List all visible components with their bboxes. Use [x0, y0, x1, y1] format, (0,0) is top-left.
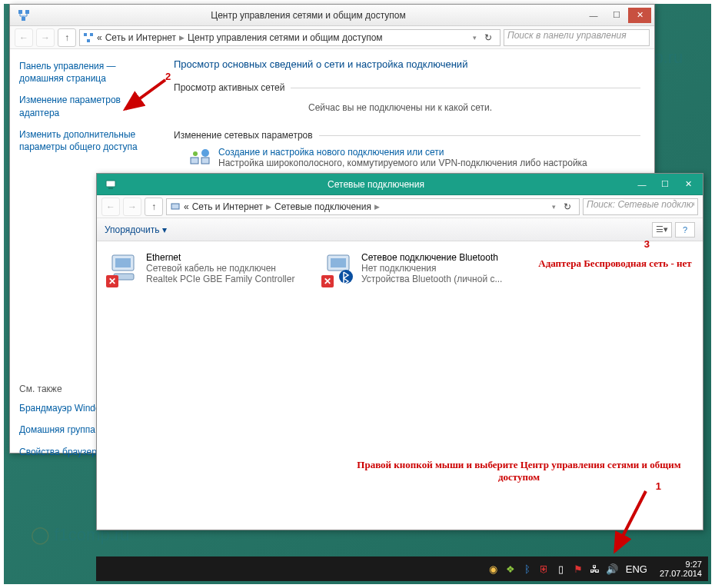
tray-icon[interactable]: ⚑: [572, 563, 584, 575]
network-center-icon: [16, 8, 32, 23]
svg-rect-12: [171, 204, 179, 209]
maximize-button[interactable]: ☐: [653, 177, 677, 192]
forward-button[interactable]: →: [36, 28, 55, 47]
svg-rect-11: [108, 188, 113, 189]
svg-rect-4: [90, 33, 93, 36]
svg-rect-14: [115, 258, 131, 267]
svg-rect-7: [201, 158, 209, 164]
svg-rect-0: [18, 10, 22, 14]
adapter-device: Устройства Bluetooth (личной с...: [361, 274, 502, 284]
breadcrumb-item[interactable]: Сеть и Интернет: [105, 32, 176, 43]
nav-toolbar: ← → ↑ « Сеть и Интернет ▶ Сетевые подклю…: [97, 195, 703, 218]
date: 27.07.2014: [660, 569, 702, 578]
titlebar[interactable]: Сетевые подключения — ☐ ✕: [97, 174, 703, 195]
taskbar[interactable]: ◉ ❖ ᛒ ⛨ ▯ ⚑ 🖧 🔊 ENG 9:27 27.07.2014: [96, 556, 708, 581]
sharing-settings-link[interactable]: Изменить дополнительные параметры общего…: [19, 128, 151, 153]
address-bar[interactable]: « Сеть и Интернет ▶ Сетевые подключения …: [166, 198, 580, 215]
tray-icon[interactable]: ❖: [504, 563, 517, 575]
breadcrumb-prefix: «: [184, 201, 189, 212]
chevron-down-icon[interactable]: ▾: [473, 34, 477, 42]
search-input[interactable]: [504, 29, 650, 46]
error-badge-icon: ✕: [106, 275, 118, 287]
control-panel-home-link[interactable]: Панель управления — домашняя страница: [19, 60, 151, 85]
back-button[interactable]: ←: [101, 198, 120, 216]
organize-menu[interactable]: Упорядочить ▾: [105, 224, 167, 235]
chevron-right-icon: ▶: [374, 203, 380, 211]
breadcrumb-item[interactable]: Сетевые подключения: [274, 201, 371, 212]
search-input[interactable]: [583, 198, 698, 215]
bluetooth-icon: ✕: [323, 252, 355, 284]
error-badge-icon: ✕: [321, 275, 334, 287]
ethernet-adapter[interactable]: ✕ Ethernet Сетевой кабель не подключен R…: [108, 252, 308, 517]
new-connection-link[interactable]: Создание и настройка нового подключения …: [218, 147, 444, 158]
back-button[interactable]: ←: [15, 28, 33, 47]
svg-rect-17: [331, 258, 346, 267]
adapter-name: Ethernet: [146, 252, 294, 263]
nav-toolbar: ← → ↑ « Сеть и Интернет ▶ Центр управлен…: [10, 26, 654, 49]
chevron-down-icon[interactable]: ▾: [552, 203, 556, 211]
adapter-settings-link[interactable]: Изменение параметров адаптера: [19, 94, 151, 118]
active-networks-heading: Просмотр активных сетей: [174, 82, 284, 93]
bluetooth-tray-icon[interactable]: ᛒ: [521, 563, 534, 575]
close-button[interactable]: ✕: [628, 8, 651, 23]
network-tray-icon[interactable]: 🖧: [589, 563, 601, 575]
adapter-name: Сетевое подключение Bluetooth: [361, 252, 502, 263]
svg-point-9: [193, 151, 198, 156]
change-settings-heading: Изменение сетевых параметров: [174, 130, 313, 141]
svg-rect-10: [106, 181, 115, 187]
adapter-status: Нет подключения: [361, 263, 502, 274]
bluetooth-adapter[interactable]: ✕ Сетевое подключение Bluetooth Нет подк…: [323, 252, 523, 517]
tray-icon[interactable]: ⛨: [538, 563, 550, 575]
adapter-device: Realtek PCIe GBE Family Controller: [146, 274, 294, 284]
chevron-right-icon: ▶: [266, 203, 271, 211]
svg-rect-1: [25, 10, 29, 14]
window-title: Сетевые подключения: [121, 179, 630, 190]
page-heading: Просмотр основных сведений о сети и наст…: [174, 58, 640, 70]
volume-tray-icon[interactable]: 🔊: [606, 563, 618, 575]
network-connections-icon: [170, 201, 181, 212]
minimize-button[interactable]: —: [582, 8, 605, 23]
breadcrumb-item[interactable]: Центр управления сетями и общим доступом: [188, 32, 383, 43]
breadcrumb-prefix: «: [97, 32, 102, 43]
svg-point-8: [201, 149, 209, 157]
view-menu-button[interactable]: ☰▾: [652, 222, 672, 238]
window-title: Центр управления сетями и общим доступом: [35, 10, 582, 21]
time: 9:27: [660, 560, 702, 569]
address-bar[interactable]: « Сеть и Интернет ▶ Центр управления сет…: [79, 29, 500, 46]
refresh-button[interactable]: ↻: [480, 32, 497, 43]
chevron-right-icon: ▶: [179, 34, 185, 42]
help-button[interactable]: ?: [675, 222, 695, 238]
forward-button[interactable]: →: [123, 198, 141, 216]
up-button[interactable]: ↑: [145, 198, 163, 216]
connections-list: ✕ Ethernet Сетевой кабель не подключен R…: [97, 241, 703, 528]
network-center-icon: [83, 32, 94, 43]
language-indicator[interactable]: ENG: [623, 563, 650, 575]
new-connection-desc: Настройка широкополосного, коммутируемог…: [218, 158, 587, 168]
titlebar[interactable]: Центр управления сетями и общим доступом…: [10, 5, 654, 26]
svg-rect-3: [84, 33, 87, 36]
minimize-button[interactable]: —: [630, 177, 653, 192]
up-button[interactable]: ↑: [58, 28, 76, 47]
network-connections-icon: [103, 177, 118, 192]
adapter-status: Сетевой кабель не подключен: [146, 263, 294, 274]
tray-icon[interactable]: ◉: [487, 563, 500, 575]
maximize-button[interactable]: ☐: [605, 8, 628, 23]
no-networks-message: Сейчас вы не подключены ни к какой сети.: [174, 99, 640, 124]
refresh-button[interactable]: ↻: [559, 201, 576, 212]
command-bar: Упорядочить ▾ ☰▾ ?: [97, 218, 703, 241]
clock[interactable]: 9:27 27.07.2014: [660, 560, 702, 578]
svg-rect-5: [87, 39, 90, 42]
network-connections-window: Сетевые подключения — ☐ ✕ ← → ↑ « Сеть и…: [96, 173, 703, 530]
new-connection-icon: [189, 147, 211, 168]
breadcrumb-item[interactable]: Сеть и Интернет: [192, 201, 263, 212]
svg-rect-6: [191, 158, 198, 164]
battery-tray-icon[interactable]: ▯: [555, 563, 567, 575]
ethernet-icon: ✕: [108, 252, 140, 284]
close-button[interactable]: ✕: [677, 177, 700, 192]
